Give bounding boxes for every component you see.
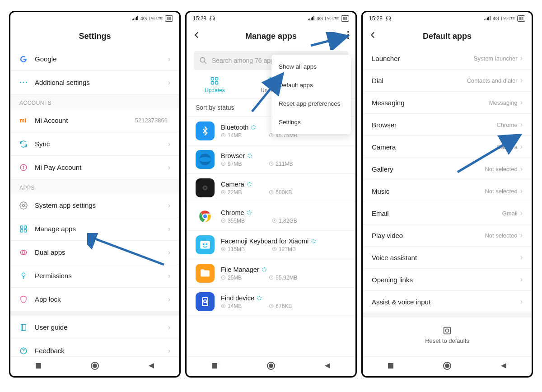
title-bar: Manage apps <box>187 25 355 47</box>
default-app-row[interactable]: Camera Camera › <box>363 136 532 158</box>
svg-point-59 <box>221 304 225 308</box>
network-label: 4G <box>317 16 323 21</box>
default-app-row[interactable]: Voice assistant › <box>363 247 532 269</box>
chevron-right-icon: › <box>168 201 170 210</box>
default-app-row[interactable]: Launcher System launcher › <box>363 47 532 70</box>
menu-default-apps[interactable]: Default apps <box>271 76 351 94</box>
app-size: 115MB <box>221 246 245 252</box>
row-label: Launcher <box>372 55 474 62</box>
default-app-row[interactable]: Browser Chrome › <box>363 114 532 136</box>
shield-icon <box>19 295 35 303</box>
reset-label: Reset to defaults <box>425 337 469 344</box>
row-value: Not selected <box>485 188 517 195</box>
default-app-row[interactable]: Email Gmail › <box>363 202 532 224</box>
more-icon: ··· <box>19 79 35 87</box>
default-app-row[interactable]: Dial Contacts and dialer › <box>363 70 532 92</box>
row-manage-apps[interactable]: Manage apps › <box>10 217 179 241</box>
phone-default-apps: 15:28 4G Vo LTE 88 Default apps Launcher… <box>361 11 533 378</box>
row-label: Gallery <box>372 165 485 173</box>
row-feedback[interactable]: Feedback › <box>10 339 179 356</box>
svg-rect-15 <box>210 19 211 20</box>
more-menu-button[interactable] <box>347 31 349 42</box>
nav-recent-icon[interactable] <box>211 362 218 371</box>
row-mi-account[interactable]: mi Mi Account 5212373866 <box>10 109 179 132</box>
row-label: Voice assistant <box>372 254 518 261</box>
svg-rect-23 <box>211 82 214 84</box>
svg-point-51 <box>221 247 225 251</box>
default-app-row[interactable]: Gallery Not selected › <box>363 158 532 180</box>
svg-rect-67 <box>390 19 391 20</box>
menu-settings[interactable]: Settings <box>271 113 351 131</box>
back-button[interactable] <box>193 31 201 42</box>
nav-recent-icon[interactable] <box>387 362 394 371</box>
app-row[interactable]: Browser 97MB 211MB <box>187 145 355 174</box>
default-app-row[interactable]: Play video Not selected › <box>363 224 532 247</box>
row-system-app-settings[interactable]: System app settings › <box>10 194 179 217</box>
nav-home-icon[interactable] <box>266 361 276 372</box>
svg-point-20 <box>200 57 205 62</box>
book-icon <box>19 323 35 331</box>
nav-home-icon[interactable] <box>90 361 99 372</box>
row-label: Sync <box>35 140 168 148</box>
svg-rect-21 <box>211 78 214 80</box>
title-bar: Default apps <box>363 25 532 47</box>
svg-rect-5 <box>24 229 27 232</box>
row-mi-pay[interactable]: Mi Pay Account › <box>10 156 179 179</box>
nav-back-icon[interactable] <box>148 362 155 371</box>
tab-updates[interactable]: Updates <box>187 76 243 93</box>
row-value: System launcher <box>474 55 518 62</box>
title-bar: Settings <box>10 25 179 47</box>
app-row[interactable]: Camera 22MB 500KB <box>187 174 355 202</box>
row-additional-settings[interactable]: ··· Additional settings › <box>10 71 179 94</box>
chevron-right-icon: › <box>520 209 523 217</box>
row-app-lock[interactable]: App lock › <box>10 288 179 311</box>
help-icon <box>19 347 35 355</box>
nav-back-icon[interactable] <box>324 362 331 371</box>
svg-point-48 <box>203 243 205 245</box>
svg-point-63 <box>269 364 273 368</box>
row-label: Additional settings <box>35 79 168 86</box>
row-label: User guide <box>35 323 168 331</box>
svg-point-31 <box>223 163 224 164</box>
menu-reset-prefs[interactable]: Reset app preferences <box>271 94 351 113</box>
default-app-row[interactable]: Music Not selected › <box>363 180 532 202</box>
row-user-guide[interactable]: User guide › <box>10 316 179 339</box>
default-app-row[interactable]: Messaging Messaging › <box>363 92 532 114</box>
app-name: Chrome <box>221 209 346 216</box>
nav-home-icon[interactable] <box>443 361 452 372</box>
apps-list: Bluetooth 14MB 45.75MB Browser 97MB 211M… <box>187 117 355 316</box>
app-row[interactable]: Facemoji Keyboard for Xiaomi 115MB 127MB <box>187 231 355 259</box>
default-app-row[interactable]: Opening links › <box>363 269 532 291</box>
svg-point-1 <box>23 204 25 206</box>
row-permissions[interactable]: Permissions › <box>10 264 179 288</box>
row-sync[interactable]: Sync › <box>10 132 179 156</box>
status-bar: 15:28 4G Vo LTE 88 <box>187 12 355 25</box>
app-size: 25MB <box>221 275 242 281</box>
row-label: Music <box>372 187 485 195</box>
app-row[interactable]: File Manager 25MB 55.92MB <box>187 259 355 288</box>
default-app-row[interactable]: Assist & voice input › <box>363 291 532 313</box>
spinner-icon <box>262 267 266 272</box>
chevron-right-icon: › <box>168 295 170 303</box>
chevron-right-icon: › <box>168 79 170 87</box>
reset-defaults-button[interactable]: Reset to defaults <box>363 313 532 352</box>
google-icon <box>19 55 35 63</box>
nav-bar <box>187 356 355 376</box>
tab-label: Updates <box>205 87 225 93</box>
svg-point-26 <box>221 133 225 137</box>
menu-show-all-apps[interactable]: Show all apps <box>271 57 351 76</box>
row-dual-apps[interactable]: Dual apps › <box>10 241 179 264</box>
back-button[interactable] <box>369 31 377 42</box>
row-label: Google <box>35 55 168 63</box>
spinner-icon <box>248 154 252 158</box>
spinner-icon <box>247 182 252 187</box>
row-google[interactable]: Google › <box>10 47 179 71</box>
chevron-right-icon: › <box>520 165 523 173</box>
svg-point-44 <box>223 220 224 221</box>
dual-icon <box>19 248 35 257</box>
nav-recent-icon[interactable] <box>35 362 42 371</box>
app-row[interactable]: Chrome 355MB 1.82GB <box>187 202 355 231</box>
nav-back-icon[interactable] <box>500 362 507 371</box>
app-row[interactable]: Find device 14MB 676KB <box>187 288 355 316</box>
app-size: 22MB <box>221 189 242 196</box>
